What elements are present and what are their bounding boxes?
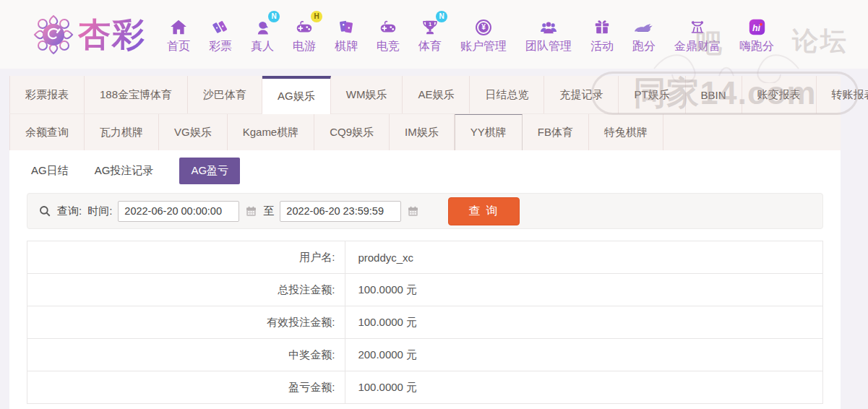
tab-item[interactable]: IM娱乐 — [390, 114, 455, 150]
tab-item[interactable]: 账变报表 — [742, 76, 817, 113]
nav-item-label: 活动 — [590, 39, 614, 54]
nav-item-label: 电竞 — [377, 39, 400, 54]
tab-item[interactable]: 特兔棋牌 — [589, 114, 663, 150]
gift-icon — [593, 15, 611, 37]
row-value: 100.0000 元 — [345, 274, 823, 306]
row-value: 200.0000 元 — [345, 339, 823, 371]
nav-item-label: 金鼎财富 — [674, 39, 721, 54]
tab-item[interactable]: CQ9娱乐 — [314, 114, 390, 150]
nav-badge: N — [268, 11, 280, 22]
tab-band: 彩票报表188金宝博体育沙巴体育AG娱乐WM娱乐AE娱乐日结总览充提记录PT娱乐… — [9, 76, 841, 150]
tab-item[interactable]: 转账报表 — [817, 76, 868, 113]
rhino-icon — [633, 15, 655, 37]
tab-item[interactable]: AE娱乐 — [403, 76, 470, 113]
nav-item[interactable]: 活动 — [581, 15, 623, 54]
nav-item[interactable]: 金鼎财富 — [665, 15, 730, 54]
nav-item-label: 彩票 — [209, 39, 232, 54]
calendar-start-icon[interactable] — [245, 205, 257, 218]
hi-app-icon: hi — [747, 15, 767, 37]
lottery-tickets-icon — [211, 15, 230, 37]
nav-item[interactable]: 跑分 — [623, 15, 665, 54]
golden-tripod-icon — [688, 15, 707, 37]
logo[interactable]: 杏彩 — [33, 13, 146, 56]
table-row: 总投注金额:100.0000 元 — [27, 274, 823, 306]
subtab-item[interactable]: AG盈亏 — [179, 158, 240, 184]
tab-item[interactable]: 瓦力棋牌 — [85, 114, 159, 150]
subtab-item[interactable]: AG投注记录 — [95, 164, 154, 178]
nav-item[interactable]: hi嗨跑分 — [730, 15, 783, 54]
row-value: 100.0000 元 — [345, 306, 823, 339]
nav-item[interactable]: 首页 — [158, 15, 199, 54]
account-coin-icon: ¥ — [474, 15, 493, 37]
tab-item[interactable]: WM娱乐 — [331, 76, 403, 113]
nav-item[interactable]: 电竞 — [367, 15, 409, 54]
start-time-input[interactable] — [118, 201, 239, 222]
row-value: 100.0000 元 — [345, 371, 823, 404]
tab-item[interactable]: FB体育 — [523, 114, 589, 150]
table-row: 中奖金额:200.0000 元 — [27, 339, 823, 371]
nav-badge: H — [311, 11, 322, 22]
egame-gamepad-icon: H — [294, 15, 314, 37]
esports-gamepad-icon — [378, 15, 398, 37]
query-label: 查询: — [57, 204, 82, 218]
top-nav: 首页彩票N真人H电游棋牌电竞1N体育¥账户管理团队管理活动跑分金鼎财富hi嗨跑分 — [158, 15, 783, 54]
tab-item[interactable]: PT娱乐 — [619, 76, 685, 113]
live-person-icon: N — [253, 15, 272, 37]
tab-item[interactable]: 日结总览 — [470, 76, 544, 113]
tab-row-2: 余额查询瓦力棋牌VG娱乐Kgame棋牌CQ9娱乐IM娱乐YY棋牌FB体育特兔棋牌 — [9, 114, 841, 150]
calendar-end-icon[interactable] — [407, 205, 419, 218]
logo-text: 杏彩 — [78, 13, 146, 56]
to-label: 至 — [263, 204, 274, 218]
svg-text:¥: ¥ — [481, 23, 486, 31]
query-bar: 查询: 时间: 至 — [27, 193, 823, 229]
tab-item[interactable]: 余额查询 — [9, 114, 85, 150]
table-row: 盈亏金额:100.0000 元 — [27, 371, 823, 404]
tab-item[interactable]: 彩票报表 — [9, 76, 85, 113]
nav-item-label: 嗨跑分 — [739, 39, 774, 54]
nav-item[interactable]: H电游 — [283, 15, 325, 54]
nav-item-label: 棋牌 — [335, 39, 358, 54]
time-label: 时间: — [87, 204, 112, 218]
nav-item-label: 体育 — [418, 39, 442, 54]
end-time-input[interactable] — [280, 201, 401, 222]
nav-item-label: 跑分 — [632, 39, 656, 54]
row-label: 总投注金额: — [27, 274, 345, 306]
nav-item[interactable]: 棋牌 — [325, 15, 367, 54]
query-button[interactable]: 查 询 — [448, 197, 519, 225]
tab-item[interactable]: VG娱乐 — [159, 114, 228, 150]
nav-item-label: 团队管理 — [525, 39, 572, 54]
tab-item[interactable]: 188金宝博体育 — [85, 76, 188, 113]
main-panel: 彩票报表188金宝博体育沙巴体育AG娱乐WM娱乐AE娱乐日结总览充提记录PT娱乐… — [9, 76, 841, 409]
row-value: proddyc_xc — [345, 241, 823, 274]
tab-item[interactable]: Kgame棋牌 — [228, 114, 315, 150]
row-label: 盈亏金额: — [27, 371, 345, 404]
search-icon — [38, 204, 51, 218]
team-icon — [538, 15, 559, 37]
nav-item[interactable]: ¥账户管理 — [451, 15, 516, 54]
result-table-body: 用户名:proddyc_xc总投注金额:100.0000 元有效投注金额:100… — [27, 241, 823, 404]
table-row: 用户名:proddyc_xc — [27, 241, 823, 274]
nav-item-label: 首页 — [167, 39, 190, 54]
logo-flower-icon — [33, 14, 74, 55]
nav-item-label: 电游 — [293, 39, 316, 54]
tab-item[interactable]: BBIN — [686, 76, 742, 113]
tab-row-1: 彩票报表188金宝博体育沙巴体育AG娱乐WM娱乐AE娱乐日结总览充提记录PT娱乐… — [9, 76, 841, 114]
tab-item[interactable]: AG娱乐 — [262, 76, 331, 114]
tab-item[interactable]: YY棋牌 — [455, 114, 523, 150]
subtab-item[interactable]: AG日结 — [31, 164, 69, 178]
row-label: 有效投注金额: — [27, 306, 345, 339]
result-table: 用户名:proddyc_xc总投注金额:100.0000 元有效投注金额:100… — [27, 241, 823, 404]
nav-badge: N — [436, 11, 447, 22]
row-label: 中奖金额: — [27, 339, 345, 371]
svg-text:hi: hi — [752, 22, 760, 33]
row-label: 用户名: — [27, 241, 345, 274]
nav-item[interactable]: 彩票 — [199, 15, 241, 54]
table-row: 有效投注金额:100.0000 元 — [27, 306, 823, 339]
tab-item[interactable]: 充提记录 — [544, 76, 619, 113]
subtab-bar: AG日结AG投注记录AG盈亏 — [9, 150, 841, 191]
nav-item[interactable]: N真人 — [241, 15, 283, 54]
nav-item[interactable]: 团队管理 — [516, 15, 581, 54]
tab-item[interactable]: 沙巴体育 — [188, 76, 262, 113]
nav-item-label: 真人 — [251, 39, 274, 54]
nav-item[interactable]: 1N体育 — [409, 15, 451, 54]
